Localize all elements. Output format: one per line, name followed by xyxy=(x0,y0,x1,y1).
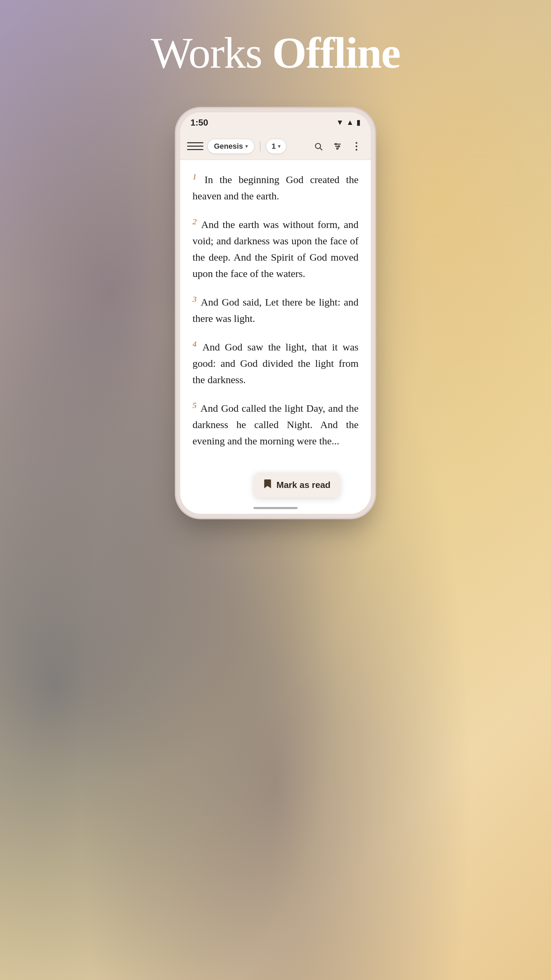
svg-point-6 xyxy=(338,145,340,147)
svg-point-8 xyxy=(356,142,357,143)
verse-2-number: 2 xyxy=(192,217,197,226)
verse-2-block: 2 And the earth was without form, and vo… xyxy=(192,215,359,282)
bookmark-icon xyxy=(264,479,272,492)
search-button[interactable] xyxy=(311,139,326,154)
svg-line-1 xyxy=(320,148,322,150)
status-time: 1:50 xyxy=(191,118,208,128)
mark-as-read-label: Mark as read xyxy=(276,480,330,490)
verse-4-text: 4 And God saw the light, that it was goo… xyxy=(192,337,359,388)
book-chevron-icon: ▾ xyxy=(245,143,248,150)
svg-point-5 xyxy=(335,143,337,145)
chapter-selector[interactable]: 1 ▾ xyxy=(266,139,286,154)
status-bar: 1:50 ▼ ▲ ▮ xyxy=(180,112,371,133)
svg-point-9 xyxy=(356,145,357,147)
verse-5-block: 5 And God called the light Day, and the … xyxy=(192,399,359,449)
page-title: Works Offline xyxy=(0,27,551,78)
more-button[interactable] xyxy=(349,139,364,154)
verse-1-block: 1 In the beginning God created the heave… xyxy=(192,170,359,204)
verse-4-block: 4 And God saw the light, that it was goo… xyxy=(192,337,359,388)
book-label: Genesis xyxy=(214,142,243,151)
chapter-chevron-icon: ▾ xyxy=(278,143,281,150)
title-part2: Offline xyxy=(272,28,400,77)
verse-3-number: 3 xyxy=(192,295,197,304)
verse-5-number: 5 xyxy=(192,401,197,410)
menu-line-3 xyxy=(187,149,203,150)
chapter-label: 1 xyxy=(272,142,276,151)
verse-5-text: 5 And God called the light Day, and the … xyxy=(192,399,359,449)
verse-2-text: 2 And the earth was without form, and vo… xyxy=(192,215,359,282)
home-indicator xyxy=(253,507,298,509)
scripture-area: 1 In the beginning God created the heave… xyxy=(180,160,371,514)
verse-1-text: 1 In the beginning God created the heave… xyxy=(192,170,359,204)
svg-point-10 xyxy=(356,149,357,150)
title-part1: Works xyxy=(151,28,272,77)
menu-line-1 xyxy=(187,142,203,143)
verse-3-block: 3 And God said, Let there be light: and … xyxy=(192,293,359,327)
status-icons: ▼ ▲ ▮ xyxy=(336,118,360,127)
verse-1-number: 1 xyxy=(192,172,197,181)
toolbar-divider xyxy=(260,141,260,151)
signal-icon: ▲ xyxy=(346,118,354,127)
menu-button[interactable] xyxy=(187,138,203,154)
verse-4-number: 4 xyxy=(192,340,197,348)
menu-line-2 xyxy=(187,146,203,147)
svg-point-7 xyxy=(337,148,338,149)
mark-as-read-toast[interactable]: Mark as read xyxy=(254,473,340,498)
battery-icon: ▮ xyxy=(356,118,360,127)
verse-3-text: 3 And God said, Let there be light: and … xyxy=(192,293,359,327)
phone-frame: 1:50 ▼ ▲ ▮ Genesis ▾ 1 ▾ xyxy=(180,112,371,514)
wifi-icon: ▼ xyxy=(336,118,343,127)
app-toolbar: Genesis ▾ 1 ▾ xyxy=(180,133,371,160)
book-selector[interactable]: Genesis ▾ xyxy=(208,139,254,154)
filter-button[interactable] xyxy=(330,139,345,154)
